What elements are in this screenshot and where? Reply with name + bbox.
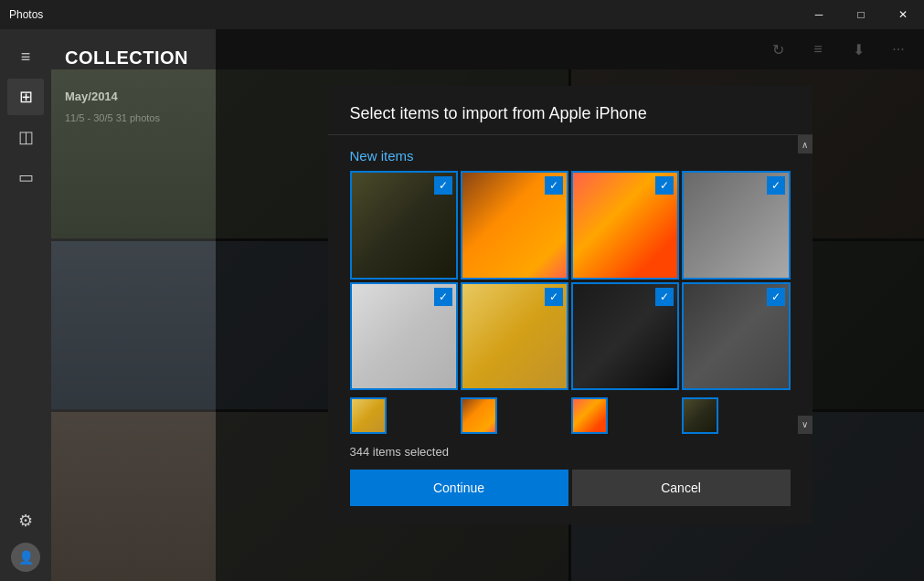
collection-icon: ⊞ — [19, 87, 33, 107]
dialog-body: ∧ New items ✓ ✓ — [328, 135, 812, 434]
dialog-title: Select items to import from Apple iPhone — [350, 104, 647, 123]
sidebar-item-albums[interactable]: ◫ — [7, 119, 44, 155]
check-icon-6: ✓ — [549, 290, 558, 303]
photo-item-2[interactable]: ✓ — [461, 171, 568, 279]
dialog-header: Select items to import from Apple iPhone — [328, 86, 812, 135]
photo-check-1: ✓ — [434, 176, 452, 195]
photo-check-4: ✓ — [767, 176, 785, 195]
import-dialog: Select items to import from Apple iPhone… — [328, 86, 812, 524]
sidebar: ≡ ⊞ ◫ ▭ ⚙ 👤 — [0, 29, 51, 581]
check-icon-1: ✓ — [439, 179, 448, 192]
check-icon-2: ✓ — [549, 179, 558, 192]
dialog-overlay: Select items to import from Apple iPhone… — [216, 29, 924, 581]
photo-item-8[interactable]: ✓ — [682, 282, 790, 390]
chevron-down-icon: ∨ — [802, 419, 808, 429]
left-bg-photos — [51, 69, 216, 581]
avatar[interactable]: 👤 — [11, 543, 40, 572]
photo-item-5[interactable]: ✓ — [350, 282, 458, 390]
photo-item-11[interactable] — [571, 397, 608, 434]
photo-check-8: ✓ — [767, 288, 785, 306]
dialog-buttons: Continue Cancel — [350, 470, 791, 506]
items-selected-label: 344 items selected — [350, 445, 791, 459]
minimize-button[interactable]: ─ — [798, 0, 840, 29]
hamburger-icon: ≡ — [21, 48, 31, 67]
photo-item-12[interactable] — [682, 397, 718, 434]
photo-grid: ✓ ✓ ✓ — [328, 171, 812, 397]
photo-check-3: ✓ — [655, 176, 674, 195]
photo-check-2: ✓ — [545, 176, 563, 195]
sidebar-item-folders[interactable]: ▭ — [7, 159, 44, 195]
photo-item-9[interactable] — [350, 397, 387, 434]
photo-item-3[interactable]: ✓ — [571, 171, 679, 279]
bg-photo-1 — [51, 69, 216, 238]
avatar-icon: 👤 — [18, 550, 34, 565]
photo-check-6: ✓ — [545, 288, 563, 306]
check-icon-8: ✓ — [771, 290, 781, 303]
sidebar-menu-icon[interactable]: ≡ — [7, 38, 44, 75]
photo-item-7[interactable]: ✓ — [571, 282, 679, 390]
window-controls: ─ □ ✕ — [798, 0, 924, 29]
scroll-down-button[interactable]: ∨ — [798, 416, 812, 434]
close-button[interactable]: ✕ — [882, 0, 924, 29]
chevron-up-icon: ∧ — [802, 140, 808, 150]
photo-thumb-11 — [573, 399, 606, 432]
cancel-button[interactable]: Cancel — [572, 470, 791, 506]
photo-check-7: ✓ — [655, 288, 674, 306]
maximize-button[interactable]: □ — [840, 0, 882, 29]
photo-item-6[interactable]: ✓ — [461, 282, 568, 390]
scroll-container: ∧ New items ✓ ✓ — [328, 135, 812, 434]
photo-item-1[interactable]: ✓ — [350, 171, 458, 279]
albums-icon: ◫ — [18, 127, 34, 147]
check-icon-5: ✓ — [439, 290, 448, 303]
continue-button[interactable]: Continue — [350, 470, 568, 506]
check-icon-3: ✓ — [660, 179, 669, 192]
titlebar: Photos ─ □ ✕ — [0, 0, 924, 29]
photo-item-10[interactable] — [461, 397, 497, 434]
app-title: Photos — [9, 8, 798, 21]
photo-item-4[interactable]: ✓ — [682, 171, 790, 279]
check-icon-4: ✓ — [771, 179, 781, 192]
dialog-footer: 344 items selected Continue Cancel — [328, 434, 812, 524]
photo-check-5: ✓ — [434, 288, 452, 306]
check-icon-7: ✓ — [660, 290, 669, 303]
gear-icon: ⚙ — [18, 511, 33, 531]
bg-photo-3 — [51, 412, 216, 581]
scroll-up-button[interactable]: ∧ — [798, 135, 812, 153]
sidebar-bottom: ⚙ 👤 — [7, 502, 44, 572]
folders-icon: ▭ — [18, 167, 34, 187]
photo-thumb-12 — [684, 399, 717, 432]
bg-photo-2 — [51, 241, 216, 410]
photo-thumb-10 — [462, 399, 495, 432]
settings-button[interactable]: ⚙ — [7, 502, 44, 539]
photo-thumb-9 — [352, 399, 385, 432]
section-title: New items — [328, 135, 812, 171]
sidebar-item-collection[interactable]: ⊞ — [7, 79, 44, 115]
